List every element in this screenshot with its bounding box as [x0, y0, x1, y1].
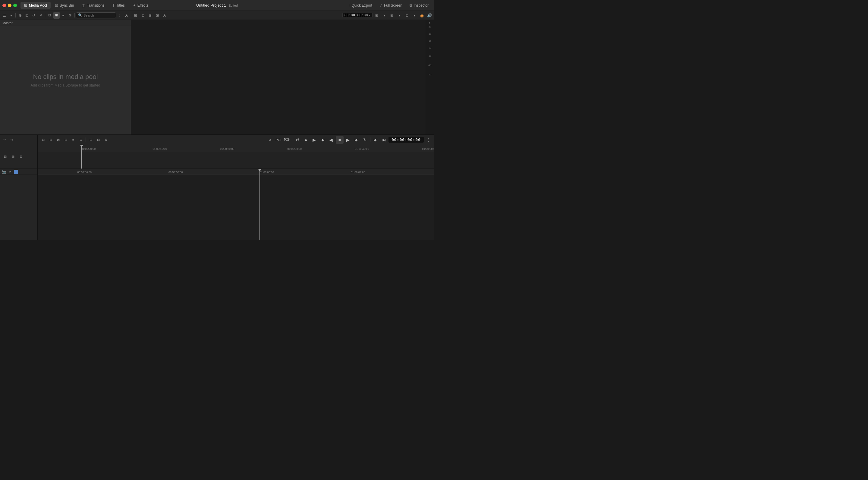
viewer-dropdown-btn[interactable]: ▾ — [381, 12, 388, 19]
meter-label-10: -10 — [428, 33, 432, 35]
main-content: Master No clips in media pool Add clips … — [0, 20, 434, 134]
media-pool-panel: Master No clips in media pool Add clips … — [0, 20, 131, 134]
timecode-box[interactable]: 00:00:00:00 ▾ — [342, 13, 373, 18]
viewer-btn3[interactable]: ⊟ — [147, 12, 153, 19]
timeline-toolbar-row: ↩ ↪ ⊡ ⊟ ⊠ ⊞ ≡ ⊕ ⊡ ⊟ ⊠ ≋ POI POI· ↺ ● ▶ ⏮… — [0, 134, 434, 145]
titles-label: Titles — [116, 3, 125, 7]
stop-btn[interactable]: ■ — [336, 136, 344, 144]
nav-right-buttons: ↑ Quick Export ⤢ Full Screen ⧉ Inspector — [345, 2, 432, 9]
minimize-button[interactable] — [8, 4, 11, 7]
tab-sync-bin[interactable]: ⊟ Sync Bin — [51, 2, 78, 9]
display-btn[interactable]: ↗ — [38, 12, 44, 19]
nav-tabs: ⊞ Media Pool ⊟ Sync Bin ◫ Transitions T … — [21, 2, 345, 9]
master-label: Master — [2, 21, 13, 25]
more-btn[interactable]: ⋮ — [424, 136, 432, 144]
lower-track-area — [38, 175, 434, 240]
viewer-dropdown2[interactable]: ▾ — [411, 12, 418, 19]
custom-curve-btn[interactable]: ≋ — [266, 136, 274, 144]
new-timeline-btn[interactable]: ⊡ — [24, 12, 30, 19]
play-btn[interactable]: ▶ — [344, 136, 352, 144]
full-screen-label: Full Screen — [384, 3, 402, 7]
grid-view-btn[interactable]: ⊞ — [53, 12, 60, 19]
search-box[interactable]: 🔍 — [76, 12, 116, 19]
full-screen-icon: ⤢ — [379, 3, 382, 7]
clip-close-gap-btn[interactable]: ⊞ — [62, 137, 69, 143]
timeline-area: ⊡ ⊟ ⊠ 01:00:00:00 01:00:10:00 01:00:20:0… — [0, 145, 434, 240]
maximize-button[interactable] — [13, 4, 17, 7]
track-settings-btn[interactable]: ⊠ — [18, 153, 24, 160]
icon-view-btn[interactable]: ⊟ — [46, 12, 53, 19]
lower-playhead-line — [259, 169, 260, 240]
clip-place-btn[interactable]: ≡ — [70, 137, 76, 143]
poi-btn[interactable]: POI — [275, 136, 282, 144]
sync-bin-label: Sync Bin — [60, 3, 74, 7]
meter-label-5: -5 — [429, 26, 431, 28]
dropdown-btn[interactable]: ▾ — [8, 12, 14, 19]
tab-media-pool[interactable]: ⊞ Media Pool — [21, 2, 51, 9]
tab-transitions[interactable]: ◫ Transitions — [78, 2, 108, 9]
list-view-btn[interactable]: ≡ — [60, 12, 67, 19]
track-vis-btn[interactable]: ⊡ — [2, 153, 8, 160]
close-button[interactable] — [2, 4, 6, 7]
import-btn[interactable]: ↺ — [31, 12, 37, 19]
titles-icon: T — [113, 3, 115, 7]
quick-export-button[interactable]: ↑ Quick Export — [345, 2, 375, 9]
tab-titles[interactable]: T Titles — [109, 2, 128, 9]
timeline-tool1[interactable]: ↩ — [1, 137, 8, 143]
quick-export-label: Quick Export — [351, 3, 372, 7]
list-icon[interactable]: ☰ — [1, 12, 7, 19]
viewer-btn4[interactable]: ⊠ — [154, 12, 161, 19]
match-frame-btn[interactable]: ⊡ — [87, 137, 94, 143]
next-clip-btn[interactable]: ⏭ — [372, 136, 379, 144]
viewer-fit-btn[interactable]: ⊟ — [389, 12, 395, 19]
loop-btn[interactable]: ↺ — [293, 136, 301, 144]
camera-icon[interactable]: 📷 — [1, 169, 7, 175]
viewer-size-btn[interactable]: ⊞ — [373, 12, 380, 19]
viewer-btn1[interactable]: ⊞ — [132, 12, 139, 19]
filter-icon[interactable]: A — [123, 12, 130, 19]
search-icon: 🔍 — [78, 13, 82, 17]
timeline-tool2[interactable]: ↪ — [8, 137, 15, 143]
rev-btn[interactable]: ◀ — [327, 136, 335, 144]
lower-track-rows — [0, 175, 37, 240]
fwd-btn[interactable]: ⏭ — [352, 136, 361, 144]
new-bin-btn[interactable]: ⊕ — [17, 12, 23, 19]
viewer-zoom-btn[interactable]: ⊡ — [404, 12, 410, 19]
scissors-icon[interactable]: ✂ — [7, 169, 13, 175]
tab-effects[interactable]: ✦ Effects — [129, 2, 152, 9]
prev-btn[interactable]: ⏮ — [319, 136, 327, 144]
viewer-color-btn[interactable]: ▾ — [396, 12, 403, 19]
waveform-btn[interactable]: ⊠ — [102, 137, 109, 143]
upper-ruler: 01:00:00:00 01:00:10:00 01:00:20:00 01:0… — [38, 145, 434, 152]
viewer-section: 0 -5 -10 -15 -20 -30 -40 -50 — [131, 20, 434, 134]
mark-in-btn[interactable]: ● — [302, 136, 310, 144]
audio-btn[interactable]: 🔊 — [426, 12, 433, 19]
inspector-button[interactable]: ⧉ Inspector — [407, 2, 432, 9]
mark-out-btn[interactable]: ▶ — [310, 136, 318, 144]
repeat-btn[interactable]: ↻ — [361, 136, 369, 144]
poi2-btn[interactable]: POI· — [283, 136, 291, 144]
in-btn[interactable]: ⊟ — [95, 137, 101, 143]
clip-overwrite-btn[interactable]: ⊟ — [47, 137, 54, 143]
prev-clip-btn[interactable]: ⏮ — [380, 136, 388, 144]
meter-label-50: -50 — [428, 73, 432, 76]
color-wheel-btn[interactable]: ◉ — [418, 12, 425, 19]
no-clips-subtitle: Add clips from Media Storage to get star… — [31, 83, 100, 87]
meter-label-15: -15 — [428, 39, 432, 42]
clip-ripple-btn[interactable]: ⊠ — [55, 137, 61, 143]
clip-insert-btn[interactable]: ⊡ — [40, 137, 46, 143]
viewer-btn2[interactable]: ⊡ — [140, 12, 146, 19]
detail-view-btn[interactable]: ⊠ — [67, 12, 73, 19]
clip-lift-btn[interactable]: ⊕ — [78, 137, 84, 143]
timecode-dropdown[interactable]: ▾ — [369, 13, 370, 17]
viewer-btn5[interactable]: A — [161, 12, 168, 19]
media-pool-toolbar: ☰ ▾ ⊕ ⊡ ↺ ↗ ⊟ ⊞ ≡ ⊠ 🔍 ↕ A — [0, 11, 131, 20]
track-lock-btn[interactable]: ⊟ — [10, 153, 16, 160]
sort-btn[interactable]: ↕ — [117, 12, 123, 19]
lower-track-top-bar: 📷 ✂ — [0, 169, 37, 175]
ruler-tick-6: 01:00:50:00 — [422, 147, 434, 150]
meter-label-30: -30 — [428, 55, 432, 57]
search-input[interactable] — [84, 13, 114, 17]
full-screen-button[interactable]: ⤢ Full Screen — [376, 2, 405, 9]
lower-tick-4: 01:00:02:00 — [351, 171, 365, 174]
